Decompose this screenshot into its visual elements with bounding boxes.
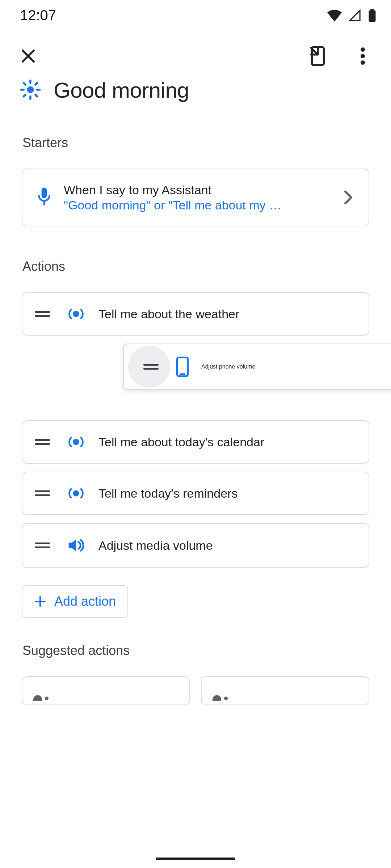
drag-handle-icon[interactable]: [35, 439, 50, 445]
svg-line-14: [35, 83, 37, 85]
svg-rect-0: [369, 10, 376, 22]
more-vert-icon: [361, 47, 365, 65]
drag-handle-icon[interactable]: [35, 542, 50, 548]
action-item-calendar[interactable]: Tell me about today's calendar: [22, 420, 369, 464]
drag-handle-icon[interactable]: [35, 311, 50, 317]
starter-card[interactable]: When I say to my Assistant "Good morning…: [22, 169, 369, 226]
battery-icon: [368, 9, 377, 22]
broadcast-icon: [67, 307, 85, 321]
starters-heading: Starters: [0, 135, 391, 150]
action-label: Tell me about the weather: [98, 307, 239, 321]
svg-rect-1: [370, 9, 374, 11]
wifi-icon: [327, 9, 342, 22]
svg-point-3: [361, 47, 365, 52]
add-action-button[interactable]: Add action: [22, 585, 128, 618]
status-bar: 12:07: [0, 0, 391, 31]
plus-icon: [34, 595, 46, 608]
volume-icon: [67, 537, 85, 553]
broadcast-icon: [67, 486, 85, 501]
svg-point-6: [27, 86, 34, 93]
svg-point-5: [361, 60, 365, 65]
suggested-heading: Suggested actions: [0, 643, 391, 658]
mic-icon: [35, 187, 54, 208]
actions-heading: Actions: [0, 259, 391, 274]
sun-icon: [20, 80, 41, 101]
action-item-phone-volume-dragging[interactable]: Adjust phone volume: [123, 344, 391, 390]
action-label: Adjust phone volume: [201, 363, 255, 370]
action-label: Adjust media volume: [98, 539, 213, 553]
routine-title-row: Good morning: [0, 78, 391, 103]
broadcast-icon: [67, 435, 85, 449]
close-icon: [20, 48, 37, 64]
svg-point-20: [73, 439, 79, 445]
suggested-card[interactable]: [22, 676, 190, 705]
starter-line2: "Good morning" or "Tell me about my …: [64, 197, 295, 213]
launch-icon: [309, 46, 327, 67]
nav-pill[interactable]: [156, 858, 235, 860]
svg-line-11: [24, 83, 25, 85]
action-label: Tell me today's reminders: [98, 486, 237, 501]
svg-point-17: [73, 311, 79, 317]
phone-icon: [173, 357, 192, 377]
routine-title[interactable]: Good morning: [54, 78, 189, 103]
app-bar: [0, 31, 391, 81]
action-item-media-volume[interactable]: Adjust media volume: [22, 523, 369, 568]
drag-handle-icon[interactable]: [143, 364, 159, 370]
starter-line1: When I say to my Assistant: [64, 182, 330, 197]
chevron-right-icon: [340, 190, 356, 205]
add-action-label: Add action: [54, 594, 116, 609]
action-item-reminders[interactable]: Tell me today's reminders: [22, 472, 369, 515]
svg-line-13: [24, 95, 25, 97]
svg-rect-15: [42, 188, 47, 198]
status-icons: [327, 9, 377, 22]
overflow-menu-button[interactable]: [345, 39, 380, 73]
action-item-weather[interactable]: Tell me about the weather: [22, 292, 369, 336]
status-time: 12:07: [20, 7, 56, 24]
action-label: Tell me about today's calendar: [98, 435, 264, 449]
add-to-homescreen-button[interactable]: [300, 39, 335, 73]
suggested-card[interactable]: [201, 676, 369, 705]
cell-signal-icon: [348, 9, 362, 22]
svg-line-12: [35, 95, 37, 97]
svg-point-21: [73, 490, 79, 496]
close-button[interactable]: [11, 39, 46, 73]
drag-handle-icon[interactable]: [35, 490, 50, 496]
svg-point-4: [361, 54, 365, 58]
